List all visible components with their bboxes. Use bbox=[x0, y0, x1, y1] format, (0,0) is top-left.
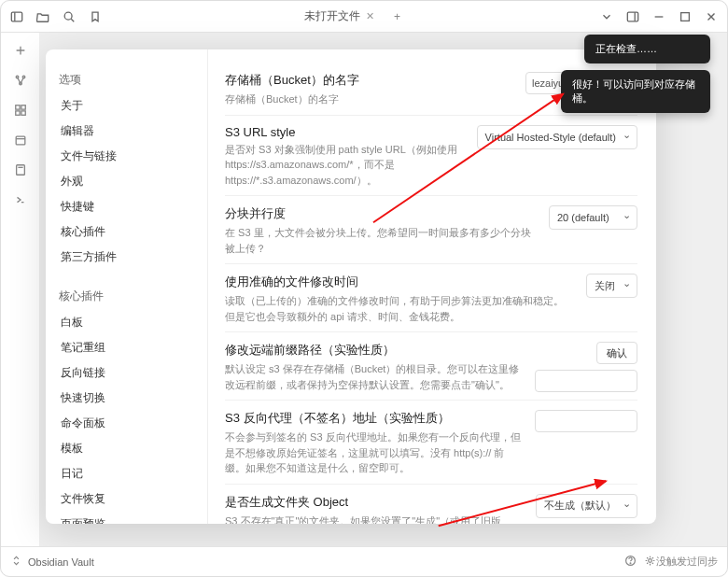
quick-switcher-icon[interactable] bbox=[10, 40, 31, 61]
svg-rect-19 bbox=[16, 165, 24, 176]
mtime-select[interactable]: 关闭 bbox=[586, 274, 637, 298]
opt-bucket-title: 存储桶（Bucket）的名字 bbox=[225, 72, 514, 89]
opt-genfolder-desc: S3 不存在"真正"的文件夹。如果您设置了"生成"（或用了旧版本），那么插件会上… bbox=[225, 514, 525, 525]
tab-label: 未打开文件 bbox=[304, 8, 360, 24]
svg-rect-16 bbox=[21, 111, 24, 115]
svg-rect-7 bbox=[681, 12, 690, 21]
prefix-input[interactable] bbox=[535, 370, 637, 392]
svg-point-23 bbox=[630, 563, 631, 564]
folder-icon[interactable] bbox=[33, 7, 53, 27]
nav-file-recovery[interactable]: 文件恢复 bbox=[53, 486, 200, 512]
svg-rect-17 bbox=[16, 136, 25, 145]
nav-quick-switch[interactable]: 快速切换 bbox=[53, 386, 200, 411]
nav-section-options: 选项 bbox=[59, 72, 194, 88]
tab-unopened[interactable]: 未打开文件 ✕ bbox=[297, 5, 382, 28]
opt-parts-title: 分块并行度 bbox=[225, 205, 538, 222]
opt-parts-desc: 在 S3 里，大文件会被分块上传。您希望同一时间最多有多少个分块被上传？ bbox=[225, 225, 538, 256]
nav-daily[interactable]: 日记 bbox=[53, 461, 200, 486]
genfolder-select[interactable]: 不生成（默认） bbox=[536, 494, 637, 518]
chevron-down-icon[interactable] bbox=[596, 7, 617, 27]
opt-mtime-desc: 读取（已上传的）准确的文件修改时间，有助于同步算法更加准确和稳定。但是它也会导致… bbox=[225, 293, 570, 324]
close-icon[interactable]: ✕ bbox=[366, 10, 374, 22]
nav-files-links[interactable]: 文件与链接 bbox=[53, 144, 200, 169]
opt-mtime-title: 使用准确的文件修改时间 bbox=[225, 274, 575, 290]
left-rail bbox=[1, 33, 40, 546]
canvas-icon[interactable] bbox=[10, 100, 31, 120]
window-close-icon[interactable] bbox=[701, 7, 721, 27]
titlebar: 未打开文件 ✕ + bbox=[1, 1, 727, 33]
search-icon[interactable] bbox=[59, 7, 79, 27]
svg-rect-13 bbox=[15, 106, 19, 109]
nav-backlink[interactable]: 反向链接 bbox=[53, 360, 200, 386]
svg-line-3 bbox=[71, 19, 74, 21]
opt-bucket-desc: 存储桶（Bucket）的名字 bbox=[225, 91, 514, 107]
nav-third-plugins[interactable]: 第三方插件 bbox=[53, 245, 200, 270]
nav-hotkeys[interactable]: 快捷键 bbox=[53, 194, 200, 219]
opt-urlstyle-desc: 是否对 S3 对象强制使用 path style URL（例如使用 https:… bbox=[225, 142, 466, 189]
nav-section-core: 核心插件 bbox=[59, 288, 194, 304]
svg-rect-0 bbox=[11, 12, 21, 21]
sidebar-toggle-left-icon[interactable] bbox=[7, 7, 27, 27]
maximize-icon[interactable] bbox=[675, 7, 695, 27]
svg-rect-14 bbox=[21, 106, 24, 109]
settings-panel: 选项 关于 编辑器 文件与链接 外观 快捷键 核心插件 第三方插件 核心插件 白… bbox=[46, 49, 656, 524]
opt-urlstyle-title: S3 URL style bbox=[225, 125, 466, 139]
svg-rect-15 bbox=[15, 111, 19, 115]
proxy-input[interactable] bbox=[535, 410, 637, 432]
opt-proxy-title: S3 反向代理（不签名）地址（实验性质） bbox=[225, 410, 524, 427]
vault-name[interactable]: Obsidian Vault bbox=[28, 556, 94, 568]
nav-core-plugins[interactable]: 核心插件 bbox=[53, 219, 200, 245]
prefix-confirm-button[interactable]: 确认 bbox=[596, 342, 637, 364]
new-tab-button[interactable]: + bbox=[389, 8, 406, 25]
sidebar-toggle-right-icon[interactable] bbox=[623, 7, 643, 27]
opt-prefix-title: 修改远端前缀路径（实验性质） bbox=[225, 342, 524, 359]
settings-nav: 选项 关于 编辑器 文件与链接 外观 快捷键 核心插件 第三方插件 核心插件 白… bbox=[46, 49, 208, 524]
help-icon[interactable] bbox=[624, 555, 637, 569]
parts-select[interactable]: 20 (default) bbox=[549, 205, 637, 230]
daily-icon[interactable] bbox=[10, 130, 31, 150]
nav-whiteboard[interactable]: 白板 bbox=[53, 310, 200, 335]
toast-success: 很好！可以访问到对应存储桶。 bbox=[561, 70, 710, 113]
nav-appearance[interactable]: 外观 bbox=[53, 169, 200, 194]
nav-command-palette[interactable]: 命令面板 bbox=[53, 411, 200, 436]
minimize-icon[interactable] bbox=[649, 7, 669, 27]
graph-icon[interactable] bbox=[10, 70, 31, 91]
svg-rect-4 bbox=[627, 12, 637, 21]
urlstyle-select[interactable]: Virtual Hosted-Style (default) bbox=[477, 125, 637, 149]
nav-templates[interactable]: 模板 bbox=[53, 436, 200, 461]
sync-status: 没触发过同步 bbox=[656, 555, 718, 569]
svg-point-2 bbox=[64, 12, 72, 20]
statusbar: Obsidian Vault 没触发过同步 bbox=[1, 546, 727, 576]
nav-about[interactable]: 关于 bbox=[53, 93, 200, 119]
nav-editor[interactable]: 编辑器 bbox=[53, 119, 200, 144]
settings-icon[interactable] bbox=[644, 555, 656, 569]
chevron-updown-icon[interactable] bbox=[10, 555, 22, 569]
command-icon[interactable] bbox=[10, 190, 31, 210]
opt-prefix-desc: 默认设定 s3 保存在存储桶（Bucket）的根目录。您可以在这里修改远程前缀，… bbox=[225, 361, 524, 392]
nav-page-preview[interactable]: 页面预览 bbox=[53, 512, 200, 524]
bookmark-icon[interactable] bbox=[85, 7, 105, 27]
opt-genfolder-title: 是否生成文件夹 Object bbox=[225, 494, 525, 511]
nav-note-reorg[interactable]: 笔记重组 bbox=[53, 335, 200, 360]
settings-content: 存储桶（Bucket）的名字 存储桶（Bucket）的名字 S3 URL sty… bbox=[208, 49, 656, 524]
template-icon[interactable] bbox=[10, 160, 31, 180]
toast-checking: 正在检查…… bbox=[584, 35, 710, 63]
opt-proxy-desc: 不会参与到签名的 S3 反向代理地址。如果您有一个反向代理，但是不想修改原始凭证… bbox=[225, 429, 524, 476]
svg-point-24 bbox=[649, 559, 652, 563]
